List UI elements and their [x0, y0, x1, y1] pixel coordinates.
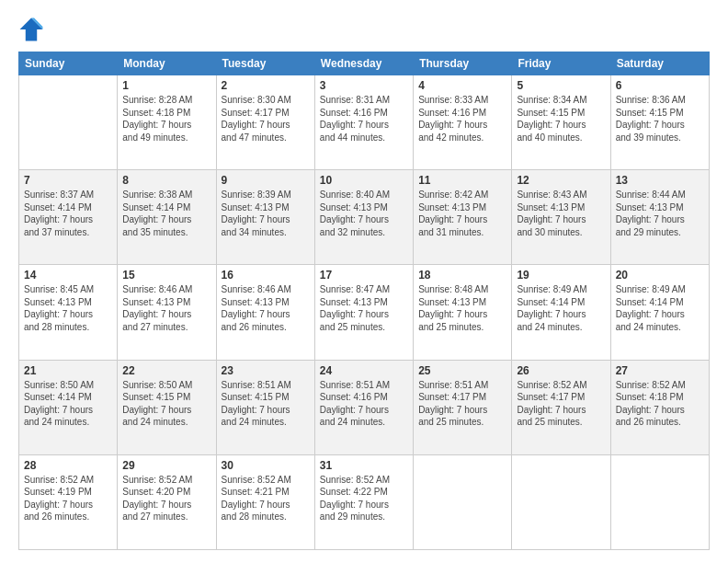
calendar-cell: 11Sunrise: 8:42 AM Sunset: 4:13 PM Dayli…	[414, 170, 512, 265]
day-number: 23	[222, 364, 310, 377]
calendar-cell: 8Sunrise: 8:38 AM Sunset: 4:14 PM Daylig…	[118, 170, 216, 265]
page: SundayMondayTuesdayWednesdayThursdayFrid…	[0, 0, 728, 563]
day-detail: Sunrise: 8:46 AM Sunset: 4:13 PM Dayligh…	[122, 283, 210, 333]
day-number: 5	[517, 79, 605, 92]
calendar-cell: 24Sunrise: 8:51 AM Sunset: 4:16 PM Dayli…	[314, 360, 413, 454]
day-detail: Sunrise: 8:47 AM Sunset: 4:13 PM Dayligh…	[320, 283, 408, 333]
calendar-cell: 9Sunrise: 8:39 AM Sunset: 4:13 PM Daylig…	[216, 170, 314, 265]
day-number: 11	[418, 174, 506, 187]
weekday-header-friday: Friday	[512, 52, 610, 75]
calendar-cell: 20Sunrise: 8:49 AM Sunset: 4:14 PM Dayli…	[610, 265, 709, 360]
calendar-cell	[19, 75, 118, 170]
day-number: 17	[320, 269, 408, 282]
day-number: 9	[222, 174, 310, 187]
day-number: 13	[616, 174, 704, 187]
day-number: 31	[320, 459, 408, 472]
calendar-cell: 21Sunrise: 8:50 AM Sunset: 4:14 PM Dayli…	[19, 360, 118, 454]
day-number: 4	[418, 79, 506, 92]
day-number: 1	[122, 79, 210, 92]
calendar-week-1: 1Sunrise: 8:28 AM Sunset: 4:18 PM Daylig…	[19, 75, 710, 170]
day-detail: Sunrise: 8:40 AM Sunset: 4:13 PM Dayligh…	[320, 189, 408, 238]
weekday-header-wednesday: Wednesday	[314, 52, 413, 75]
svg-marker-0	[20, 18, 43, 41]
calendar-cell: 27Sunrise: 8:52 AM Sunset: 4:18 PM Dayli…	[610, 360, 709, 454]
day-number: 16	[222, 269, 310, 282]
calendar-cell: 29Sunrise: 8:52 AM Sunset: 4:20 PM Dayli…	[118, 454, 216, 549]
day-detail: Sunrise: 8:33 AM Sunset: 4:16 PM Dayligh…	[418, 94, 506, 144]
day-detail: Sunrise: 8:28 AM Sunset: 4:18 PM Dayligh…	[122, 94, 210, 144]
day-number: 8	[122, 174, 210, 187]
day-detail: Sunrise: 8:51 AM Sunset: 4:15 PM Dayligh…	[222, 379, 310, 429]
day-number: 28	[24, 459, 112, 472]
day-number: 10	[320, 174, 408, 187]
calendar-week-3: 14Sunrise: 8:45 AM Sunset: 4:13 PM Dayli…	[19, 265, 710, 360]
day-detail: Sunrise: 8:45 AM Sunset: 4:13 PM Dayligh…	[24, 283, 112, 333]
calendar-cell: 22Sunrise: 8:50 AM Sunset: 4:15 PM Dayli…	[118, 360, 216, 454]
day-detail: Sunrise: 8:30 AM Sunset: 4:17 PM Dayligh…	[222, 94, 310, 144]
header	[18, 17, 710, 42]
calendar-cell: 12Sunrise: 8:43 AM Sunset: 4:13 PM Dayli…	[512, 170, 610, 265]
day-number: 12	[517, 174, 605, 187]
calendar-cell: 6Sunrise: 8:36 AM Sunset: 4:15 PM Daylig…	[610, 75, 709, 170]
day-number: 18	[418, 269, 506, 282]
day-number: 6	[616, 79, 704, 92]
day-detail: Sunrise: 8:44 AM Sunset: 4:13 PM Dayligh…	[616, 189, 704, 238]
day-number: 2	[222, 79, 310, 92]
day-detail: Sunrise: 8:43 AM Sunset: 4:13 PM Dayligh…	[517, 189, 605, 238]
calendar-cell	[414, 454, 512, 549]
day-detail: Sunrise: 8:46 AM Sunset: 4:13 PM Dayligh…	[222, 283, 310, 333]
day-detail: Sunrise: 8:51 AM Sunset: 4:17 PM Dayligh…	[418, 379, 506, 429]
calendar-week-5: 28Sunrise: 8:52 AM Sunset: 4:19 PM Dayli…	[19, 454, 710, 549]
logo	[18, 17, 48, 42]
calendar-cell	[512, 454, 610, 549]
calendar-week-2: 7Sunrise: 8:37 AM Sunset: 4:14 PM Daylig…	[19, 170, 710, 265]
weekday-header-row: SundayMondayTuesdayWednesdayThursdayFrid…	[19, 52, 710, 75]
calendar-cell: 7Sunrise: 8:37 AM Sunset: 4:14 PM Daylig…	[19, 170, 118, 265]
calendar-week-4: 21Sunrise: 8:50 AM Sunset: 4:14 PM Dayli…	[19, 360, 710, 454]
calendar-cell: 16Sunrise: 8:46 AM Sunset: 4:13 PM Dayli…	[216, 265, 314, 360]
calendar-cell: 31Sunrise: 8:52 AM Sunset: 4:22 PM Dayli…	[314, 454, 413, 549]
day-number: 27	[616, 364, 704, 377]
weekday-header-saturday: Saturday	[610, 52, 709, 75]
day-detail: Sunrise: 8:34 AM Sunset: 4:15 PM Dayligh…	[517, 94, 605, 144]
day-number: 3	[320, 79, 408, 92]
day-number: 26	[517, 364, 605, 377]
day-number: 30	[222, 459, 310, 472]
day-detail: Sunrise: 8:52 AM Sunset: 4:20 PM Dayligh…	[122, 474, 210, 523]
day-detail: Sunrise: 8:38 AM Sunset: 4:14 PM Dayligh…	[122, 189, 210, 238]
logo-icon	[18, 17, 44, 42]
calendar-table: SundayMondayTuesdayWednesdayThursdayFrid…	[18, 52, 710, 550]
calendar-cell: 28Sunrise: 8:52 AM Sunset: 4:19 PM Dayli…	[19, 454, 118, 549]
day-detail: Sunrise: 8:42 AM Sunset: 4:13 PM Dayligh…	[418, 189, 506, 238]
day-number: 24	[320, 364, 408, 377]
calendar-cell: 14Sunrise: 8:45 AM Sunset: 4:13 PM Dayli…	[19, 265, 118, 360]
calendar-cell: 17Sunrise: 8:47 AM Sunset: 4:13 PM Dayli…	[314, 265, 413, 360]
day-detail: Sunrise: 8:52 AM Sunset: 4:22 PM Dayligh…	[320, 474, 408, 523]
day-detail: Sunrise: 8:52 AM Sunset: 4:21 PM Dayligh…	[222, 474, 310, 523]
calendar-cell: 25Sunrise: 8:51 AM Sunset: 4:17 PM Dayli…	[414, 360, 512, 454]
day-detail: Sunrise: 8:39 AM Sunset: 4:13 PM Dayligh…	[222, 189, 310, 238]
calendar-cell: 1Sunrise: 8:28 AM Sunset: 4:18 PM Daylig…	[118, 75, 216, 170]
weekday-header-thursday: Thursday	[414, 52, 512, 75]
day-number: 7	[24, 174, 112, 187]
day-detail: Sunrise: 8:52 AM Sunset: 4:17 PM Dayligh…	[517, 379, 605, 429]
day-number: 14	[24, 269, 112, 282]
calendar-cell: 15Sunrise: 8:46 AM Sunset: 4:13 PM Dayli…	[118, 265, 216, 360]
calendar-cell: 3Sunrise: 8:31 AM Sunset: 4:16 PM Daylig…	[314, 75, 413, 170]
weekday-header-sunday: Sunday	[19, 52, 118, 75]
weekday-header-monday: Monday	[118, 52, 216, 75]
day-number: 29	[122, 459, 210, 472]
calendar-header: SundayMondayTuesdayWednesdayThursdayFrid…	[19, 52, 710, 75]
day-detail: Sunrise: 8:48 AM Sunset: 4:13 PM Dayligh…	[418, 283, 506, 333]
calendar-cell: 26Sunrise: 8:52 AM Sunset: 4:17 PM Dayli…	[512, 360, 610, 454]
calendar-cell: 30Sunrise: 8:52 AM Sunset: 4:21 PM Dayli…	[216, 454, 314, 549]
calendar-cell	[610, 454, 709, 549]
weekday-header-tuesday: Tuesday	[216, 52, 314, 75]
calendar-cell: 18Sunrise: 8:48 AM Sunset: 4:13 PM Dayli…	[414, 265, 512, 360]
calendar-cell: 2Sunrise: 8:30 AM Sunset: 4:17 PM Daylig…	[216, 75, 314, 170]
day-detail: Sunrise: 8:51 AM Sunset: 4:16 PM Dayligh…	[320, 379, 408, 429]
day-detail: Sunrise: 8:31 AM Sunset: 4:16 PM Dayligh…	[320, 94, 408, 144]
day-number: 22	[122, 364, 210, 377]
day-number: 25	[418, 364, 506, 377]
day-detail: Sunrise: 8:50 AM Sunset: 4:15 PM Dayligh…	[122, 379, 210, 429]
